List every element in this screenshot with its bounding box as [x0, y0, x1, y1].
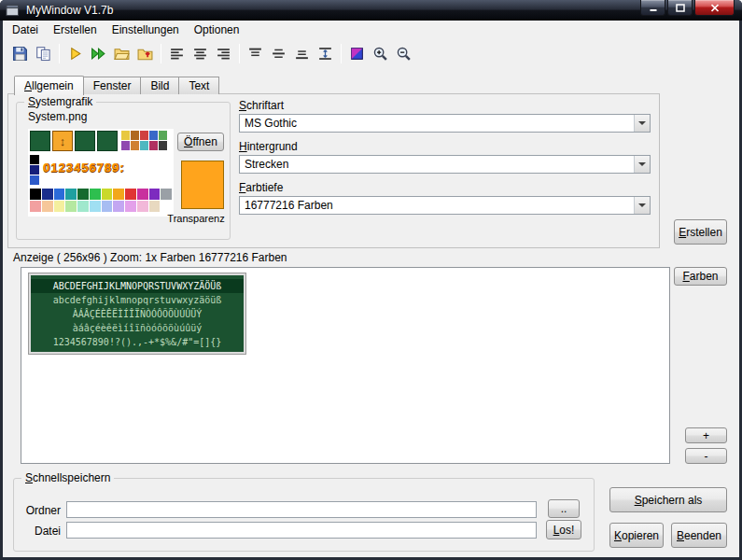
- menu-datei[interactable]: Datei: [5, 21, 46, 38]
- colors-button[interactable]: [345, 42, 369, 65]
- preview-line: ABCDEFGHIJKLMNOPQRSTUVWXYZÄÖÜß: [31, 279, 244, 293]
- window-title: MyWindow V1.7b: [26, 4, 113, 17]
- toolbar-separator: [239, 44, 240, 63]
- export-folder-icon: [137, 46, 153, 62]
- line-spacing-button[interactable]: [314, 42, 337, 65]
- run-all-icon: [91, 46, 106, 62]
- oeffnen-button[interactable]: Öffnen: [177, 133, 224, 151]
- transparenz-color-well[interactable]: [181, 161, 224, 209]
- hintergrund-label: Hintergrund: [239, 140, 298, 153]
- ordner-label: Ordner: [21, 504, 61, 517]
- menu-erstellen[interactable]: Erstellen: [46, 21, 105, 38]
- display-area: ABCDEFGHIJKLMNOPQRSTUVWXYZÄÖÜß abcdefghi…: [21, 267, 670, 464]
- chevron-down-icon[interactable]: [634, 115, 650, 132]
- export-folder-button[interactable]: [133, 42, 157, 65]
- preview-line: 1234567890!?().,-+*$%&/#"=[]{}: [31, 335, 244, 349]
- valign-middle-button[interactable]: [267, 42, 290, 65]
- hintergrund-select[interactable]: Strecken: [239, 155, 651, 174]
- tab-bild[interactable]: Bild: [140, 77, 179, 94]
- datei-label: Datei: [21, 525, 61, 538]
- valign-bottom-icon: [294, 46, 310, 62]
- farbtiefe-select[interactable]: 16777216 Farben: [239, 196, 651, 215]
- transparenz-label: Transparenz: [162, 213, 230, 224]
- farben-button[interactable]: Farben: [674, 267, 727, 286]
- los-button[interactable]: Los!: [546, 520, 581, 539]
- preview-line: abcdefghijklmnopqrstuvwxyzäöüß: [31, 293, 244, 307]
- sprite-palette-row: [30, 201, 173, 212]
- schriftart-select[interactable]: MS Gothic: [239, 114, 651, 133]
- valign-bottom-button[interactable]: [290, 42, 314, 65]
- zoom-out-button[interactable]: [392, 42, 415, 65]
- sprite-tile: [30, 131, 50, 151]
- valign-top-button[interactable]: [244, 42, 267, 65]
- sprite-tile: [75, 131, 95, 151]
- zoom-in-button[interactable]: [369, 42, 392, 65]
- schriftart-value: MS Gothic: [240, 117, 634, 130]
- close-button[interactable]: [694, 0, 735, 16]
- line-spacing-icon: [317, 46, 333, 62]
- menu-optionen[interactable]: Optionen: [187, 21, 247, 38]
- schnellspeichern-group-label: Schnellspeichern: [21, 471, 114, 484]
- valign-middle-icon: [271, 46, 287, 62]
- datei-input[interactable]: [66, 522, 537, 539]
- maximize-button[interactable]: [667, 0, 693, 16]
- client-area: Datei Erstellen Einstellungen Optionen: [3, 21, 739, 557]
- tab-allgemein[interactable]: Allgemein: [14, 76, 84, 95]
- minimize-icon: [649, 4, 658, 12]
- ordner-input[interactable]: [66, 501, 537, 518]
- toolbar-separator: [59, 44, 60, 63]
- align-center-button[interactable]: [189, 42, 212, 65]
- system-filename: System.png: [28, 110, 87, 123]
- save-icon: [12, 46, 28, 62]
- align-right-button[interactable]: [212, 42, 235, 65]
- hintergrund-value: Strecken: [240, 158, 634, 171]
- run-icon: [67, 46, 83, 62]
- speichern-als-button[interactable]: Speichern als: [609, 487, 727, 512]
- preview-line: àáâçéèêëìíîïñòóôõöùúûüý: [31, 321, 244, 335]
- schnellspeichern-group: Schnellspeichern Ordner .. Datei Los!: [13, 478, 595, 552]
- sprite-tile: [97, 131, 118, 151]
- window-controls: [640, 0, 735, 16]
- beenden-button[interactable]: Beenden: [671, 523, 727, 548]
- align-left-button[interactable]: [165, 42, 189, 65]
- toolbar-separator: [161, 44, 161, 63]
- maximize-icon: [676, 4, 685, 12]
- copy-button[interactable]: [32, 42, 55, 65]
- zoom-minus-button[interactable]: -: [685, 448, 727, 464]
- close-icon: [710, 4, 720, 12]
- app-icon[interactable]: [6, 3, 21, 18]
- menu-bar: Datei Erstellen Einstellungen Optionen: [3, 21, 739, 39]
- updown-arrow-icon: ↕: [60, 134, 66, 148]
- title-bar[interactable]: MyWindow V1.7b: [0, 0, 742, 21]
- run-button[interactable]: [63, 42, 87, 65]
- kopieren-button[interactable]: Kopieren: [609, 523, 664, 548]
- sprite-mini-icons: [121, 131, 173, 150]
- erstellen-button[interactable]: Erstellen: [674, 219, 727, 245]
- window-icon: [6, 4, 20, 17]
- align-right-icon: [216, 46, 231, 62]
- farbtiefe-label: Farbtiefe: [239, 181, 283, 194]
- tab-strip: Allgemein Fenster Bild Text: [14, 75, 219, 94]
- sprite-palette-row: [30, 189, 173, 200]
- systemgrafik-group: Systemgrafik System.png ↕ 0123456789: Öf…: [16, 102, 231, 240]
- save-button[interactable]: [8, 42, 32, 65]
- menu-einstellungen[interactable]: Einstellungen: [105, 21, 187, 38]
- tab-panel-allgemein: Systemgrafik System.png ↕ 0123456789: Öf…: [7, 93, 660, 248]
- valign-top-icon: [247, 46, 263, 62]
- schriftart-label: Schriftart: [239, 99, 284, 112]
- chevron-down-icon[interactable]: [634, 197, 650, 214]
- tab-text[interactable]: Text: [178, 77, 219, 94]
- toolbar-separator: [341, 44, 342, 63]
- tab-fenster[interactable]: Fenster: [83, 77, 142, 94]
- align-left-icon: [169, 46, 185, 62]
- toolbar: [3, 39, 739, 67]
- farbtiefe-value: 16777216 Farben: [240, 199, 634, 212]
- zoom-plus-button[interactable]: +: [685, 427, 727, 443]
- align-center-icon: [192, 46, 208, 62]
- colors-icon: [349, 46, 365, 62]
- run-all-button[interactable]: [87, 42, 110, 65]
- ordner-browse-button[interactable]: ..: [548, 499, 580, 518]
- chevron-down-icon[interactable]: [634, 156, 650, 173]
- open-folder-button[interactable]: [110, 42, 133, 65]
- minimize-button[interactable]: [640, 0, 665, 16]
